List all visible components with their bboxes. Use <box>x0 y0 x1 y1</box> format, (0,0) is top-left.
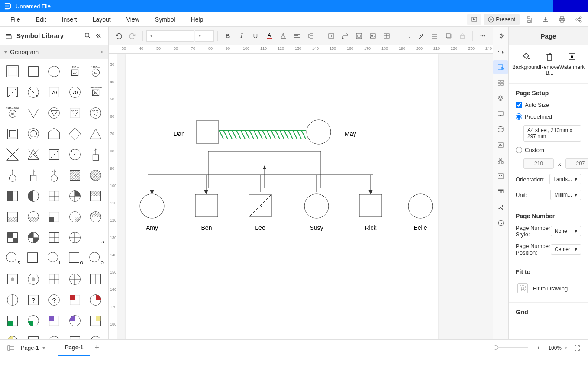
history-icon[interactable] <box>493 216 508 230</box>
shape-deceased-year-box[interactable]: 1938 — 200668 <box>87 83 105 101</box>
shapes-icon[interactable] <box>493 75 508 90</box>
fullscreen-icon[interactable] <box>571 342 584 355</box>
zoom-in-button[interactable]: + <box>532 342 545 355</box>
shape-dashed-circle[interactable] <box>87 104 105 122</box>
shape-square-cross[interactable] <box>45 145 63 164</box>
shape-yellow-corner-sq[interactable] <box>87 312 105 330</box>
shape-dot-circle[interactable] <box>24 270 42 288</box>
shape-half-circle-l[interactable] <box>24 187 42 205</box>
tree-icon[interactable] <box>493 153 508 168</box>
category-genogram[interactable]: ▾ Genogram × <box>0 45 108 59</box>
shape-question-ci[interactable]: ? <box>45 291 63 309</box>
menu-symbol[interactable]: Symbol <box>147 16 183 23</box>
shape-half-square-b[interactable] <box>3 208 22 226</box>
code-icon[interactable] <box>493 169 508 184</box>
connector-button[interactable] <box>339 29 352 42</box>
watermark-button[interactable]: A Watermark <box>559 52 585 76</box>
shape-stem-circle[interactable] <box>3 166 22 184</box>
font-family-select[interactable]: ▾ <box>146 30 194 42</box>
shape-red-quarter-ci[interactable] <box>87 291 105 309</box>
page-preset-select[interactable]: A4 sheet, 210mm x 297 mm <box>523 125 581 142</box>
shape-checker-sq[interactable] <box>3 229 22 247</box>
shape-cross-2[interactable] <box>24 145 42 164</box>
layers-icon[interactable] <box>493 91 508 106</box>
shape-dashed-square[interactable] <box>66 104 84 122</box>
width-input[interactable] <box>523 158 554 169</box>
slideshow-panel-icon[interactable] <box>493 106 508 121</box>
present-button[interactable]: Present <box>484 14 520 25</box>
theme-icon[interactable] <box>493 44 508 59</box>
download-icon[interactable] <box>539 14 552 25</box>
auto-size-checkbox[interactable] <box>516 102 522 108</box>
shape-hatched-circle[interactable] <box>87 166 105 184</box>
collapse-sidebar-icon[interactable] <box>93 31 103 41</box>
container-button[interactable] <box>352 29 365 42</box>
image-button[interactable] <box>366 29 379 42</box>
shape-checker-ci[interactable] <box>24 229 42 247</box>
shape-square-sub-o[interactable]: O <box>66 249 84 268</box>
shape-triangle-circle[interactable] <box>45 104 63 122</box>
shape-circle-cross[interactable] <box>66 145 84 164</box>
shape-diamond[interactable] <box>66 125 84 143</box>
menu-insert[interactable]: Insert <box>54 16 85 23</box>
background-button[interactable]: Background <box>512 52 540 76</box>
shape-navy-corner-sq[interactable] <box>24 332 42 339</box>
shape-hatched-square[interactable] <box>66 166 84 184</box>
shape-square-sub-l[interactable]: L <box>24 249 42 268</box>
shape-female[interactable] <box>45 62 63 81</box>
menu-view[interactable]: View <box>119 16 147 23</box>
unit-select[interactable]: Millim...▾ <box>550 190 581 200</box>
shape-dot-square[interactable] <box>3 270 22 288</box>
lock-button[interactable] <box>456 29 469 42</box>
zoom-slider[interactable] <box>494 347 528 348</box>
shape-double-square[interactable] <box>3 125 22 143</box>
menu-help[interactable]: Help <box>183 16 211 23</box>
shape-4panel-sq[interactable] <box>45 270 63 288</box>
shape-navy-quarter-ci[interactable] <box>45 332 63 339</box>
fill-color-button[interactable] <box>401 29 414 42</box>
shape-hatch-circle-2[interactable] <box>87 208 105 226</box>
shape-quarter-fill-sq[interactable] <box>45 208 63 226</box>
shape-pentagon[interactable] <box>45 125 63 143</box>
page-settings-icon[interactable] <box>493 60 508 74</box>
shape-circle-sub-l[interactable]: L <box>45 249 63 268</box>
shape-stem-square-2[interactable] <box>24 166 42 184</box>
redo-button[interactable] <box>126 29 139 42</box>
shape-circle-sub-o[interactable]: O <box>87 249 105 268</box>
table-button[interactable] <box>380 29 393 42</box>
shape-split-sq[interactable] <box>87 270 105 288</box>
shape-split-ci[interactable] <box>3 291 22 309</box>
shape-quarter-square[interactable] <box>45 187 63 205</box>
shape-purple-quarter-ci[interactable] <box>66 312 84 330</box>
share-icon[interactable] <box>572 14 585 25</box>
shape-triangle-up[interactable] <box>87 125 105 143</box>
shape-lightblue-corner-sq[interactable] <box>66 332 84 339</box>
shape-green-quarter-ci[interactable] <box>24 312 42 330</box>
shape-half-circle-b[interactable] <box>24 208 42 226</box>
shadow-button[interactable] <box>442 29 455 42</box>
align-button[interactable] <box>291 29 304 42</box>
italic-button[interactable]: I <box>235 29 248 42</box>
shape-sub-s[interactable]: S <box>87 229 105 247</box>
shape-cross-1[interactable] <box>3 145 22 164</box>
category-close-icon[interactable]: × <box>100 48 104 55</box>
text-box-button[interactable]: T <box>325 29 338 42</box>
shape-deceased-year-circle[interactable]: 1938 — 200668 <box>3 104 22 122</box>
shape-lightblue-quarter-ci[interactable] <box>87 332 105 339</box>
drawing-page[interactable]: Dan May <box>126 54 438 339</box>
expand-panel-icon[interactable] <box>493 29 508 43</box>
shape-cross-ci[interactable] <box>66 229 84 247</box>
menu-edit[interactable]: Edit <box>28 16 54 23</box>
shape-box-70[interactable]: 70 <box>45 83 63 101</box>
shape-purple-corner-sq[interactable] <box>45 312 63 330</box>
shape-4panel-ci[interactable] <box>66 270 84 288</box>
underline-button[interactable]: U <box>249 29 262 42</box>
orientation-select[interactable]: Lands...▾ <box>549 174 581 184</box>
highlight-button[interactable]: A <box>277 29 290 42</box>
shape-year-box[interactable]: 1970 —47 <box>66 62 84 81</box>
shape-deceased-male[interactable] <box>3 83 22 101</box>
zoom-out-button[interactable]: − <box>477 342 490 355</box>
comments-icon[interactable] <box>493 184 508 199</box>
more-button[interactable] <box>476 29 489 42</box>
line-spacing-button[interactable] <box>304 29 317 42</box>
